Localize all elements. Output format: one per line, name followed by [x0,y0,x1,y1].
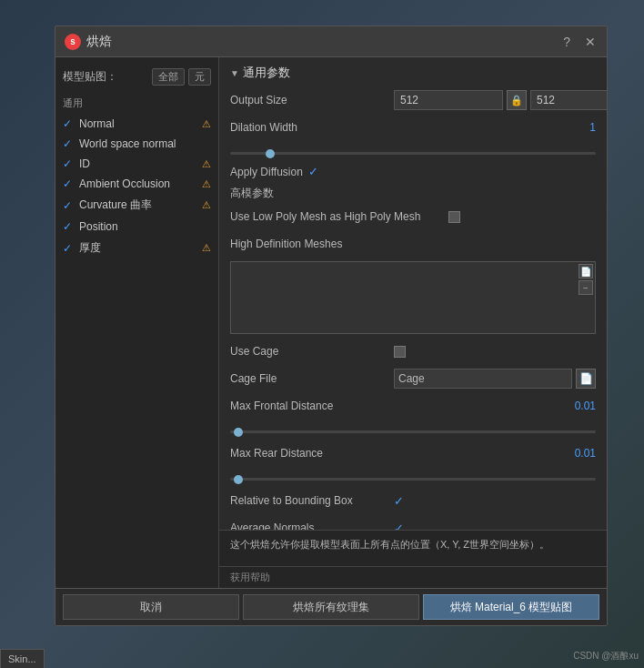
section-arrow: ▼ [230,68,239,78]
cage-file-text: Cage [398,372,425,385]
help-label: 获用帮助 [230,572,270,582]
sidebar-item-ao[interactable]: ✓ Ambient Occlusion ⚠ [55,174,218,194]
output-size-value: 512 1024 2048 4096 🔒 [394,90,607,110]
output-size-select[interactable]: 512 1024 2048 4096 [394,90,503,110]
max-rear-slider[interactable] [230,478,596,481]
lock-button[interactable]: 🔒 [507,90,527,110]
warn-icon-ao: ⚠ [202,178,211,190]
dilation-width-label: Dilation Width [230,121,394,134]
warn-icon-normal: ⚠ [202,118,211,130]
max-frontal-slider-row [230,423,596,436]
max-frontal-num: 0.01 [394,400,596,412]
sidebar-label-curvature: Curvature 曲率 [79,197,198,213]
cage-file-browse-button[interactable]: 📄 [576,369,596,389]
sidebar-label-id: ID [79,157,198,170]
average-normals-check: ✓ [394,521,404,531]
relative-bounding-check: ✓ [394,494,404,508]
use-cage-checkbox[interactable] [394,346,406,358]
hd-remove-button[interactable]: − [579,280,593,295]
apply-diffusion-label: Apply Diffusion [230,166,303,178]
cage-file-label: Cage File [230,372,394,385]
warn-icon-id: ⚠ [202,158,211,170]
params-area: ▼ 通用参数 Output Size 512 1024 2048 4096 🔒 [219,57,607,530]
use-cage-row: Use Cage [230,341,596,361]
apply-diffusion-check: ✓ [308,165,318,178]
max-rear-num: 0.01 [394,447,596,460]
section-title: 通用参数 [243,65,290,81]
high-def-meshes-box: 📄 − [230,261,596,334]
cage-file-value: Cage 📄 [394,369,596,389]
hd-add-button[interactable]: 📄 [579,264,593,278]
check-icon-curvature: ✓ [63,199,75,212]
dialog-title: 烘焙 [86,34,112,50]
output-size-row: Output Size 512 1024 2048 4096 🔒 [230,90,596,110]
cage-file-row: Cage File Cage 📄 [230,369,596,389]
output-size-linked-input[interactable] [530,90,607,110]
title-left: s 烘焙 [65,34,112,50]
sidebar-section-label: 通用 [55,93,218,114]
sidebar-item-position[interactable]: ✓ Position [55,217,218,237]
description-text: 这个烘焙允许你提取模型表面上所有点的位置（X, Y, Z世界空间坐标）。 [230,539,549,550]
check-icon-world-normal: ✓ [63,137,75,150]
sidebar-header-label: 模型贴图： [63,69,117,85]
max-frontal-label: Max Frontal Distance [230,400,394,412]
check-icon-ao: ✓ [63,177,75,190]
relative-bounding-label: Relative to Bounding Box [230,494,394,507]
relative-bounding-row: Relative to Bounding Box ✓ [230,491,596,511]
dilation-width-row: Dilation Width 1 [230,117,596,137]
dilation-slider[interactable] [230,152,596,155]
right-panel: ▼ 通用参数 Output Size 512 1024 2048 4096 🔒 [219,57,607,588]
warn-icon-curvature: ⚠ [202,199,211,211]
max-frontal-value: 0.01 [394,400,596,412]
use-low-poly-checkbox[interactable] [448,211,460,223]
sidebar-item-thickness[interactable]: ✓ 厚度 ⚠ [55,237,218,259]
sidebar-label-world-normal: World space normal [79,137,211,150]
average-normals-label: Average Normals [230,521,394,530]
close-button[interactable]: ✕ [583,35,598,49]
check-icon-thickness: ✓ [63,242,75,255]
watermark: CSDN @酒酿xu [573,650,639,663]
use-low-poly-value [448,211,596,223]
average-normals-row: Average Normals ✓ [230,518,596,530]
cage-file-input[interactable]: Cage [394,369,572,389]
brand-icon: s [65,34,81,50]
max-rear-value: 0.01 [394,447,596,460]
use-low-poly-label: Use Low Poly Mesh as High Poly Mesh [230,210,448,223]
sidebar-label-thickness: 厚度 [79,240,198,256]
check-icon-id: ✓ [63,157,75,170]
dilation-value: 1 [394,121,596,134]
use-cage-value [394,346,596,358]
use-cage-label: Use Cage [230,345,394,358]
max-frontal-row: Max Frontal Distance 0.01 [230,396,596,416]
cancel-button[interactable]: 取消 [63,594,239,620]
description-area: 这个烘焙允许你提取模型表面上所有点的位置（X, Y, Z世界空间坐标）。 [219,530,607,566]
skin-tab[interactable]: Skin... [0,649,45,668]
max-frontal-slider[interactable] [230,430,596,433]
sidebar-item-id[interactable]: ✓ ID ⚠ [55,154,218,174]
check-icon-position: ✓ [63,220,75,233]
max-rear-slider-row [230,471,596,483]
dialog-content: 模型贴图： 全部 元 通用 ✓ Normal ⚠ ✓ World space n… [55,57,607,588]
apply-diffusion-row: Apply Diffusion ✓ [230,165,596,178]
title-bar: s 烘焙 ? ✕ [55,26,607,57]
sidebar-item-normal[interactable]: ✓ Normal ⚠ [55,114,218,134]
check-icon-normal: ✓ [63,117,75,130]
sidebar-item-curvature[interactable]: ✓ Curvature 曲率 ⚠ [55,194,218,217]
sidebar-label-ao: Ambient Occlusion [79,177,198,190]
select-none-button[interactable]: 元 [188,68,211,86]
bake-all-button[interactable]: 烘焙所有纹理集 [243,594,419,620]
help-bar: 获用帮助 [219,566,607,588]
sidebar-header: 模型贴图： 全部 元 [55,65,218,93]
output-size-label: Output Size [230,94,394,106]
dilation-slider-row [230,145,596,157]
high-def-label: High Definition Meshes [230,238,394,250]
general-params-header: ▼ 通用参数 [230,65,596,81]
max-rear-label: Max Rear Distance [230,447,394,460]
sidebar-header-buttons: 全部 元 [152,68,211,86]
help-button[interactable]: ? [561,35,572,49]
sidebar-label-position: Position [79,220,211,233]
sidebar-item-world-normal[interactable]: ✓ World space normal [55,134,218,154]
select-all-button[interactable]: 全部 [152,68,185,86]
max-rear-row: Max Rear Distance 0.01 [230,443,596,463]
bake-material-button[interactable]: 烘焙 Material_6 模型贴图 [423,594,599,620]
